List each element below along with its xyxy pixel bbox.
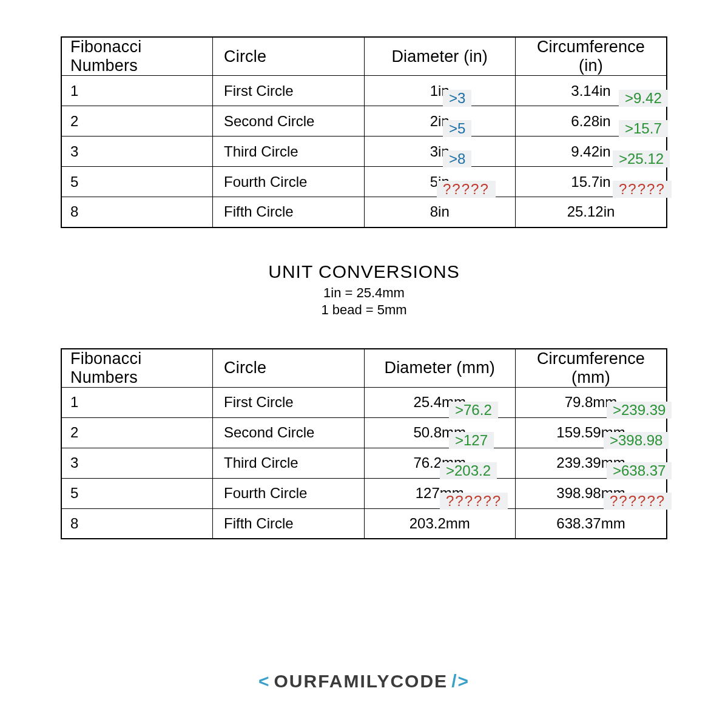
cell-dia: 8in [364, 197, 516, 228]
cell-circ: 638.37mm [516, 508, 667, 539]
table-header-row: Fibonacci Numbers Circle Diameter (mm) C… [61, 349, 667, 388]
logo-text: OURFAMILYCODE [274, 671, 448, 691]
anno-circ-sum: >15.7 [619, 120, 668, 137]
cell-circle: Second Circle [213, 417, 365, 448]
anno-circ-sum: >25.12 [613, 150, 670, 167]
anno-dia-sum: >5 [443, 120, 471, 137]
table-inches-wrap: Fibonacci Numbers Circle Diameter (in) C… [61, 36, 667, 228]
th-fib: Fibonacci Numbers [61, 37, 213, 76]
cell-fib: 3 [61, 448, 213, 478]
cell-fib: 5 [61, 167, 213, 197]
unit-title: Unit Conversions [61, 261, 667, 282]
table-mm: Fibonacci Numbers Circle Diameter (mm) C… [61, 348, 667, 540]
table-row: 1 First Circle 25.4mm 79.8mm [61, 387, 667, 417]
table-row: 5 Fourth Circle 127mm 398.98mm [61, 478, 667, 508]
th-circle: Circle [213, 37, 365, 76]
table-inches: Fibonacci Numbers Circle Diameter (in) C… [61, 36, 667, 228]
cell-fib: 2 [61, 106, 213, 136]
cell-fib: 1 [61, 76, 213, 106]
cell-fib: 5 [61, 478, 213, 508]
angle-open-icon: < [255, 671, 274, 691]
unit-line: 1 bead = 5mm [61, 302, 667, 319]
table-row: 8 Fifth Circle 8in 25.12in [61, 197, 667, 228]
unit-line: 1in = 25.4mm [61, 285, 667, 302]
table-row: 3 Third Circle 3in 9.42in [61, 136, 667, 167]
anno-dia-sum: >8 [443, 150, 471, 167]
anno-dia-sum: >76.2 [449, 402, 498, 419]
cell-circle: Fifth Circle [213, 197, 365, 228]
cell-fib: 8 [61, 197, 213, 228]
th-circ: Circumference (mm) [516, 349, 667, 388]
anno-circ-sum: >239.39 [607, 402, 672, 419]
table-row: 2 Second Circle 50.8mm 159.59mm [61, 417, 667, 448]
anno-circ-sum: >398.98 [604, 432, 669, 449]
cell-dia: 203.2mm [364, 508, 516, 539]
table-header-row: Fibonacci Numbers Circle Diameter (in) C… [61, 37, 667, 76]
table-row: 1 First Circle 1in 3.14in [61, 76, 667, 106]
table-row: 5 Fourth Circle 5in 15.7in [61, 167, 667, 197]
cell-fib: 3 [61, 136, 213, 167]
anno-dia-unknown: ????? [437, 181, 496, 198]
anno-circ-unknown: ????? [613, 181, 672, 198]
table-row: 3 Third Circle 76.2mm 239.39mm [61, 448, 667, 478]
anno-dia-sum: >3 [443, 90, 471, 107]
table-row: 8 Fifth Circle 203.2mm 638.37mm [61, 508, 667, 539]
site-logo: <OURFAMILYCODE/> [0, 671, 728, 692]
th-circ: Circumference (in) [516, 37, 667, 76]
anno-circ-sum: >9.42 [619, 90, 668, 107]
unit-conversions: Unit Conversions 1in = 25.4mm 1 bead = 5… [61, 261, 667, 319]
cell-circle: Third Circle [213, 448, 365, 478]
cell-fib: 1 [61, 387, 213, 417]
table-row: 2 Second Circle 2in 6.28in [61, 106, 667, 136]
cell-dia: 1in [364, 76, 516, 106]
cell-circle: Fourth Circle [213, 167, 365, 197]
cell-circ: 25.12in [516, 197, 667, 228]
th-circle: Circle [213, 349, 365, 388]
angle-close-icon: /> [448, 671, 473, 691]
cell-circle: Third Circle [213, 136, 365, 167]
cell-circle: Second Circle [213, 106, 365, 136]
anno-circ-sum: >638.37 [607, 462, 672, 479]
anno-dia-unknown: ?????? [440, 493, 508, 510]
cell-fib: 8 [61, 508, 213, 539]
cell-circle: Fifth Circle [213, 508, 365, 539]
anno-circ-unknown: ?????? [604, 493, 672, 510]
cell-dia: 2in [364, 106, 516, 136]
cell-dia: 3in [364, 136, 516, 167]
cell-circle: Fourth Circle [213, 478, 365, 508]
cell-circle: First Circle [213, 387, 365, 417]
cell-fib: 2 [61, 417, 213, 448]
th-dia: Diameter (in) [364, 37, 516, 76]
table-mm-wrap: Fibonacci Numbers Circle Diameter (mm) C… [61, 348, 667, 540]
th-fib: Fibonacci Numbers [61, 349, 213, 388]
anno-dia-sum: >203.2 [440, 462, 497, 479]
anno-dia-sum: >127 [449, 432, 494, 449]
cell-circle: First Circle [213, 76, 365, 106]
th-dia: Diameter (mm) [364, 349, 516, 388]
